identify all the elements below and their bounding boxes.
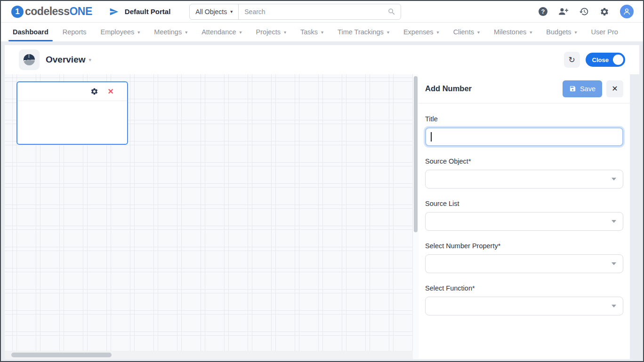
widget-header: ✕ bbox=[17, 82, 127, 101]
nav-tab-meetings[interactable]: Meetings▾ bbox=[147, 23, 194, 41]
portal-selector[interactable]: Default Portal bbox=[109, 7, 171, 16]
field-group: Select Function* bbox=[425, 284, 623, 315]
nav-tab-label: Attendance bbox=[201, 28, 236, 36]
nav-tab-label: Projects bbox=[256, 28, 281, 36]
nav-tab-label: User Pro bbox=[591, 28, 618, 36]
nav-tab-employees[interactable]: Employees▾ bbox=[94, 23, 147, 41]
search-icon[interactable] bbox=[387, 8, 396, 16]
send-icon bbox=[109, 7, 119, 16]
toggle-knob bbox=[613, 55, 623, 65]
field-group: Select Number Property* bbox=[425, 242, 623, 273]
content-container: Overview ▾ ↻ Close bbox=[5, 45, 639, 359]
nav-tab-label: Clients bbox=[453, 28, 474, 36]
portal-label: Default Portal bbox=[125, 8, 171, 16]
dropdown-caret-icon bbox=[612, 178, 616, 181]
panel-close-button[interactable]: ✕ bbox=[606, 80, 623, 97]
chevron-down-icon: ▾ bbox=[387, 30, 389, 35]
dashboard-page-icon-tile bbox=[19, 49, 40, 70]
app-header: 1 codelessONE Default Portal All Objects… bbox=[1, 1, 643, 23]
app-window: 1 codelessONE Default Portal All Objects… bbox=[0, 0, 644, 362]
user-avatar[interactable] bbox=[620, 5, 634, 18]
text-cursor bbox=[431, 132, 432, 142]
add-number-panel: Add Number Save ✕ TitleSource Object*Sou… bbox=[419, 74, 630, 359]
chevron-down-icon: ▾ bbox=[137, 30, 140, 35]
title-input[interactable] bbox=[425, 127, 623, 146]
dashboard-grid: ✕ bbox=[5, 74, 413, 351]
dropdown-caret-icon bbox=[612, 220, 616, 223]
nav-tab-label: Time Trackings bbox=[338, 28, 384, 36]
chevron-down-icon: ▾ bbox=[185, 30, 187, 35]
search-scope-dropdown[interactable]: All Objects ▾ bbox=[190, 4, 239, 19]
brand-circle-icon: 1 bbox=[11, 6, 24, 18]
gear-icon[interactable] bbox=[600, 7, 609, 16]
dropdown-caret-icon bbox=[612, 262, 616, 265]
nav-tab-time-trackings[interactable]: Time Trackings▾ bbox=[330, 23, 396, 41]
nav-tab-label: Employees bbox=[101, 28, 135, 36]
header-actions: ? bbox=[539, 5, 634, 18]
nav-tab-label: Meetings bbox=[154, 28, 182, 36]
page-title: Overview bbox=[46, 55, 86, 65]
search-scope-label: All Objects bbox=[195, 8, 227, 16]
nav-tab-label: Expenses bbox=[403, 28, 434, 36]
field-group: Source List bbox=[425, 200, 623, 231]
nav-tab-dashboard[interactable]: Dashboard bbox=[6, 23, 56, 41]
select-select-function[interactable] bbox=[425, 297, 623, 315]
close-toggle-label: Close bbox=[592, 56, 609, 63]
dropdown-caret-icon bbox=[612, 305, 616, 307]
chevron-down-icon: ▾ bbox=[321, 30, 323, 35]
chevron-down-icon: ▾ bbox=[437, 30, 439, 35]
canvas-vertical-scrollbar[interactable] bbox=[414, 76, 418, 232]
page-title-caret-icon[interactable]: ▾ bbox=[89, 57, 92, 63]
panel-form: TitleSource Object*Source ListSelect Num… bbox=[419, 103, 630, 327]
search-input[interactable] bbox=[239, 8, 387, 16]
nav-tab-tasks[interactable]: Tasks▾ bbox=[293, 23, 330, 41]
nav-tab-milestones[interactable]: Milestones▾ bbox=[487, 23, 539, 41]
brand-name-gray: codeless bbox=[25, 5, 69, 18]
nav-tab-projects[interactable]: Projects▾ bbox=[249, 23, 293, 41]
brand-logo[interactable]: 1 codelessONE bbox=[11, 5, 92, 18]
main-nav: DashboardReportsEmployees▾Meetings▾Atten… bbox=[1, 23, 643, 41]
select-source-object[interactable] bbox=[425, 170, 623, 189]
nav-tab-label: Tasks bbox=[300, 28, 318, 36]
dashboard-toolbar: Overview ▾ ↻ Close bbox=[5, 45, 639, 74]
panel-header: Add Number Save ✕ bbox=[419, 74, 630, 103]
save-button[interactable]: Save bbox=[563, 80, 602, 97]
field-label: Source Object* bbox=[425, 157, 623, 165]
widget-remove-button[interactable]: ✕ bbox=[108, 88, 114, 95]
nav-tab-attendance[interactable]: Attendance▾ bbox=[194, 23, 249, 41]
widget-settings-button[interactable] bbox=[90, 87, 98, 95]
nav-tab-expenses[interactable]: Expenses▾ bbox=[396, 23, 446, 41]
history-icon[interactable] bbox=[579, 7, 589, 16]
chevron-down-icon: ▾ bbox=[530, 30, 532, 35]
help-icon[interactable]: ? bbox=[539, 7, 547, 16]
nav-tab-budgets[interactable]: Budgets▾ bbox=[539, 23, 584, 41]
nav-tab-label: Budgets bbox=[546, 28, 571, 36]
dashboard-canvas[interactable]: ✕ bbox=[5, 74, 419, 359]
save-button-label: Save bbox=[580, 85, 596, 93]
field-label: Source List bbox=[425, 200, 623, 207]
nav-tab-user-pro[interactable]: User Pro bbox=[584, 23, 625, 41]
select-select-number-property[interactable] bbox=[425, 254, 623, 273]
pie-chart-icon bbox=[24, 54, 35, 65]
field-label: Select Function* bbox=[425, 284, 623, 292]
panel-title: Add Number bbox=[425, 84, 472, 93]
nav-tab-label: Milestones bbox=[494, 28, 526, 36]
nav-tab-clients[interactable]: Clients▾ bbox=[446, 23, 487, 41]
number-widget-placeholder[interactable]: ✕ bbox=[16, 81, 128, 145]
chevron-down-icon: ▾ bbox=[477, 30, 480, 35]
field-group: Title bbox=[425, 115, 623, 146]
close-toggle[interactable]: Close bbox=[586, 53, 625, 67]
chevron-down-icon: ▾ bbox=[284, 30, 286, 35]
chevron-down-icon: ▾ bbox=[575, 30, 577, 35]
canvas-horizontal-scrollbar[interactable] bbox=[11, 353, 112, 357]
nav-tab-reports[interactable]: Reports bbox=[56, 23, 94, 41]
chevron-down-icon: ▾ bbox=[230, 9, 233, 14]
chevron-down-icon: ▾ bbox=[240, 30, 242, 35]
global-search: All Objects ▾ bbox=[189, 4, 401, 20]
user-add-icon[interactable] bbox=[558, 7, 568, 16]
field-group: Source Object* bbox=[425, 157, 623, 189]
select-source-list[interactable] bbox=[425, 212, 623, 231]
refresh-button[interactable]: ↻ bbox=[564, 52, 580, 68]
field-label: Title bbox=[425, 115, 623, 123]
nav-tab-label: Dashboard bbox=[13, 28, 48, 36]
